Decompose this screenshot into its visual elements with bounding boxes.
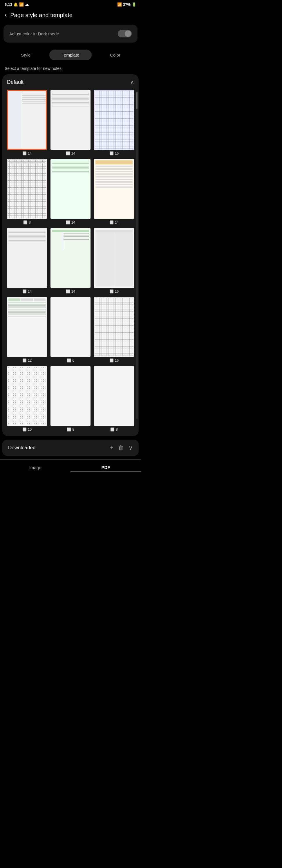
template-item[interactable]: ⬜ 10 <box>7 366 47 432</box>
template-thumb-6[interactable] <box>94 159 134 219</box>
template-pages-12: 16 <box>115 359 119 363</box>
tab-bar: Style Template Color <box>0 47 141 65</box>
template-pages-7: 14 <box>28 289 32 293</box>
template-thumb-4[interactable] <box>7 159 47 219</box>
template-pages-4: 8 <box>29 220 31 224</box>
template-pages-8: 14 <box>71 289 75 293</box>
delete-template-button[interactable]: 🗑 <box>118 444 124 451</box>
bottom-tab-pdf[interactable]: PDF <box>70 463 141 472</box>
template-item[interactable]: ⬜ 12 <box>7 297 47 363</box>
dot-grid-pattern <box>7 159 46 218</box>
template-thumb-7[interactable] <box>7 228 47 288</box>
template-grid: ⬜ 14 ⬜ 14 ⬜ <box>6 90 135 432</box>
template-info-15: ⬜ 8 <box>110 428 118 432</box>
cornell2-pattern <box>52 230 89 250</box>
template-thumb-1[interactable] <box>7 90 47 150</box>
page-icon: ⬜ <box>66 151 70 155</box>
status-right: 📶 37% 🔋 <box>117 2 136 7</box>
status-left: 6:13 🔔 📶 ☁ <box>5 2 29 7</box>
template-item[interactable]: ⬜ 14 <box>51 90 91 155</box>
template-item[interactable]: ⬜ 16 <box>94 90 134 155</box>
template-pages-13: 10 <box>28 428 32 432</box>
collapse-icon[interactable]: ∧ <box>130 79 134 85</box>
lines-pattern <box>51 91 90 149</box>
template-pages-1: 14 <box>28 151 32 155</box>
template-info-5: ⬜ 14 <box>66 220 75 224</box>
downloaded-actions: + 🗑 ∨ <box>110 444 133 451</box>
template-pages-6: 14 <box>115 220 119 224</box>
notification-icon: 🔔 <box>13 2 18 7</box>
header: ‹ Page style and template <box>0 8 141 22</box>
template-thumb-15[interactable] <box>94 366 134 426</box>
cloud-icon: ☁ <box>25 2 29 7</box>
template-item[interactable]: ⬜ 16 <box>94 297 134 363</box>
expand-downloaded-button[interactable]: ∨ <box>128 444 133 451</box>
dark-mode-label: Adjust color in Dark mode <box>9 31 59 36</box>
template-item[interactable]: ⬜ 6 <box>51 297 91 363</box>
toggle-knob <box>125 30 131 37</box>
template-pages-9: 16 <box>115 289 119 293</box>
template-item[interactable]: ⬜ 8 <box>94 366 134 432</box>
template-thumb-3[interactable] <box>94 90 134 150</box>
template-thumb-5[interactable] <box>51 159 91 219</box>
template-info-6: ⬜ 14 <box>109 220 119 224</box>
template-item[interactable]: ⬜ 8 <box>51 366 91 432</box>
battery-text: 37% <box>123 2 131 7</box>
grid-pattern <box>95 91 133 149</box>
page-icon: ⬜ <box>22 359 27 363</box>
template-pages-15: 8 <box>116 428 118 432</box>
back-button[interactable]: ‹ <box>5 11 7 19</box>
lined-pattern-7 <box>7 228 46 287</box>
cornell-pattern <box>7 91 46 149</box>
template-item[interactable]: ⬜ 14 <box>51 159 91 224</box>
template-thumb-8[interactable] <box>51 228 91 288</box>
template-thumb-10[interactable] <box>7 297 47 357</box>
template-thumb-11[interactable] <box>51 297 91 357</box>
template-info-10: ⬜ 12 <box>22 359 32 363</box>
tab-template[interactable]: Template <box>49 50 92 60</box>
template-thumb-12[interactable] <box>94 297 134 357</box>
add-template-button[interactable]: + <box>110 444 114 451</box>
dark-mode-toggle[interactable] <box>118 30 132 37</box>
template-item[interactable]: ⬜ 14 <box>94 159 134 224</box>
template-item[interactable]: ⬜ 14 <box>7 228 47 293</box>
page-icon: ⬜ <box>66 220 70 224</box>
scrollbar-thumb <box>136 92 137 109</box>
template-thumb-14[interactable] <box>51 366 91 426</box>
template-thumb-9[interactable] <box>94 228 134 288</box>
page-icon: ⬜ <box>22 428 27 432</box>
lined-green-pattern <box>51 159 90 218</box>
page-icon: ⬜ <box>109 151 114 155</box>
template-item[interactable]: ⬜ 8 <box>7 159 47 224</box>
tab-style[interactable]: Style <box>5 50 47 60</box>
battery-icon: 🔋 <box>132 2 136 7</box>
page-icon: ⬜ <box>23 220 28 224</box>
template-pages-3: 16 <box>115 151 119 155</box>
dark-mode-row: Adjust color in Dark mode <box>3 25 137 43</box>
tab-color[interactable]: Color <box>94 50 136 60</box>
template-info-13: ⬜ 10 <box>22 428 32 432</box>
template-pages-10: 12 <box>28 359 32 363</box>
template-info-3: ⬜ 16 <box>109 151 119 155</box>
template-thumb-13[interactable] <box>7 366 47 426</box>
downloaded-label: Downloaded <box>8 445 36 451</box>
downloaded-section: Downloaded + 🗑 ∨ <box>2 440 139 456</box>
page-icon: ⬜ <box>22 151 27 155</box>
bottom-tab-image[interactable]: Image <box>0 463 70 472</box>
template-info-11: ⬜ 6 <box>67 359 74 363</box>
page-icon: ⬜ <box>22 289 27 293</box>
template-item[interactable]: ⬜ 16 <box>94 228 134 293</box>
template-thumb-2[interactable] <box>51 90 91 150</box>
page-icon: ⬜ <box>109 359 114 363</box>
template-item[interactable]: ⬜ 14 <box>51 228 91 293</box>
graph-pattern <box>95 298 133 356</box>
template-pages-2: 14 <box>71 151 75 155</box>
signal-icon: 📶 <box>19 2 24 7</box>
default-section-title: Default <box>7 79 24 85</box>
template-info-14: ⬜ 8 <box>67 428 74 432</box>
planner-pattern <box>95 159 133 218</box>
columns-pattern <box>95 228 133 287</box>
template-info-7: ⬜ 14 <box>22 289 32 293</box>
template-item[interactable]: ⬜ 14 <box>7 90 47 155</box>
page-icon: ⬜ <box>110 428 115 432</box>
